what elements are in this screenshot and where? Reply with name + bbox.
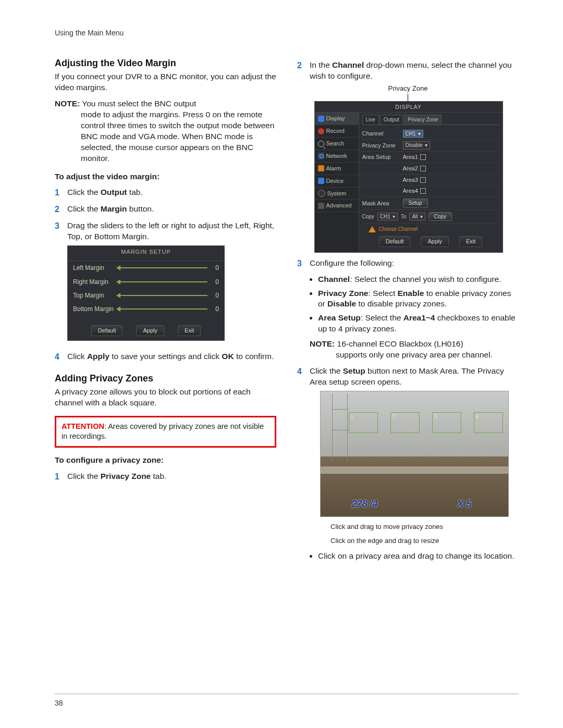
- bullet-privacy-zone: Privacy Zone: Select Enable to enable pr…: [318, 288, 519, 310]
- default-button[interactable]: Default: [379, 236, 411, 247]
- advanced-icon: [318, 203, 324, 209]
- copy-to-dropdown[interactable]: All▾: [409, 213, 425, 221]
- caption-pointer: [408, 94, 408, 101]
- tab-privacy-zone[interactable]: Privacy Zone: [404, 115, 442, 125]
- privacy-zone-dropdown[interactable]: Disable▾: [403, 141, 430, 150]
- attention-box: ATTENTION: Areas covered by privacy zone…: [55, 416, 276, 448]
- tab-output[interactable]: Output: [380, 115, 403, 125]
- t: To: [401, 213, 407, 220]
- margin-row-right: Right Margin 0: [68, 275, 224, 289]
- t: In the: [310, 60, 332, 69]
- t: Area3: [403, 176, 418, 184]
- slider[interactable]: [119, 281, 207, 282]
- tab-live[interactable]: Live: [362, 115, 379, 125]
- value: 0: [212, 264, 219, 272]
- label: Search: [326, 140, 345, 147]
- subheading-configure-privacy: To configure a privacy zone:: [55, 455, 276, 466]
- t: Area2: [403, 165, 418, 172]
- page-footer: 38: [55, 694, 519, 708]
- label: Device: [326, 177, 344, 185]
- v: Disable: [406, 142, 423, 149]
- area2-row: Area2: [403, 165, 426, 172]
- sidebar: Display Record Search Network Alarm Devi…: [315, 113, 359, 252]
- area1-checkbox[interactable]: [420, 154, 426, 160]
- record-icon: [318, 128, 324, 134]
- cam-caption-2: Click on the edge and drag to resize: [331, 536, 519, 546]
- area4-row: Area4: [403, 187, 426, 195]
- bold-setup: Setup: [343, 366, 365, 375]
- step-number: 4: [55, 351, 67, 363]
- margin-row-top: Top Margin 0: [68, 289, 224, 302]
- bold-output: Output: [101, 188, 127, 196]
- copy-button[interactable]: Copy: [429, 212, 452, 221]
- label: Display: [326, 115, 345, 122]
- sidebar-item-alarm[interactable]: Alarm: [315, 163, 359, 175]
- slider[interactable]: [119, 309, 207, 310]
- area3-checkbox[interactable]: [420, 177, 426, 183]
- step-text: Click the Output tab.: [67, 187, 276, 198]
- step-number: 2: [297, 60, 310, 71]
- note-body: mode to adjust the margins. Press 0 on t…: [81, 109, 276, 164]
- t: Click the: [67, 204, 101, 213]
- copy-row: Copy CH1▾ To All▾ Copy: [362, 210, 499, 224]
- area2-checkbox[interactable]: [420, 166, 426, 171]
- sidebar-item-search[interactable]: Search: [315, 138, 359, 150]
- sidebar-item-network[interactable]: Network: [315, 150, 359, 163]
- privacy-zone-screenshot-wrap: Privacy Zone DISPLAY Display Record Sear…: [314, 84, 502, 253]
- apply-button[interactable]: Apply: [136, 325, 164, 336]
- watermark-left: 278 /4: [352, 498, 378, 510]
- sidebar-item-device[interactable]: Device: [315, 175, 359, 188]
- tabs: Live Output Privacy Zone: [362, 115, 499, 125]
- chevron-down-icon: ▾: [393, 213, 395, 220]
- alarm-icon: [318, 165, 324, 171]
- note-16ch: NOTE: 16-channel ECO Blackbox (LH016) su…: [310, 339, 519, 361]
- privacy-area-4[interactable]: 4: [474, 412, 503, 433]
- label: Network: [326, 152, 347, 160]
- privacy-area-2[interactable]: 2: [390, 412, 420, 433]
- t: Choose Channel: [379, 226, 418, 233]
- area4-checkbox[interactable]: [420, 188, 426, 194]
- t: Area1: [403, 153, 418, 161]
- t: Drag the sliders to the left or right to…: [67, 221, 274, 241]
- t: to disable privacy zones.: [356, 299, 447, 308]
- note-label: NOTE:: [55, 99, 80, 108]
- area-setup-label: Area Setup: [362, 153, 403, 161]
- bold-ok: OK: [222, 352, 234, 361]
- margin-buttons: Default Apply Exit: [68, 325, 224, 336]
- default-button[interactable]: Default: [91, 325, 123, 336]
- bullet-area-setup: Area Setup: Select the Area1~4 checkboxe…: [318, 313, 519, 335]
- network-icon: [318, 153, 324, 159]
- b: Disable: [327, 299, 356, 308]
- sidebar-item-display[interactable]: Display: [315, 113, 359, 125]
- slider[interactable]: [119, 267, 207, 268]
- margin-row-left: Left Margin 0: [68, 261, 224, 275]
- privacy-area-1[interactable]: 1: [349, 412, 378, 433]
- privacy-area-3[interactable]: 3: [432, 412, 461, 433]
- left-column: Adjusting the Video Margin If you connec…: [55, 55, 276, 562]
- sidebar-item-system[interactable]: System: [315, 188, 359, 200]
- label: Top Margin: [73, 291, 115, 300]
- t: Click the: [310, 366, 343, 375]
- right-column: 2 In the Channel drop-down menu, select …: [297, 55, 519, 562]
- watermark-right: X 5: [457, 498, 471, 510]
- channel-label: Channel: [362, 130, 403, 138]
- exit-button[interactable]: Exit: [178, 325, 201, 336]
- step-text: In the Channel drop-down menu, select th…: [310, 60, 519, 82]
- note-label: NOTE:: [310, 339, 335, 348]
- note-first-line: You must select the BNC output: [80, 99, 196, 108]
- chevron-down-icon: ▾: [418, 130, 421, 138]
- t: : Select the channel you wish to configu…: [350, 275, 501, 283]
- note2-first: 16-channel ECO Blackbox (LH016): [335, 339, 463, 348]
- setup-button[interactable]: Setup: [403, 199, 428, 208]
- bold-channel: Channel: [332, 60, 364, 69]
- privacy-buttons: Default Apply Exit: [362, 234, 499, 250]
- exit-button[interactable]: Exit: [459, 236, 482, 247]
- slider[interactable]: [119, 295, 207, 296]
- apply-button[interactable]: Apply: [421, 236, 449, 247]
- sidebar-item-record[interactable]: Record: [315, 125, 359, 138]
- page-number: 38: [55, 699, 63, 707]
- channel-dropdown[interactable]: CH1▾: [403, 130, 423, 138]
- t: to save your settings and click: [109, 352, 222, 361]
- copy-from-dropdown[interactable]: CH1▾: [377, 213, 398, 221]
- sidebar-item-advanced[interactable]: Advanced: [315, 200, 359, 212]
